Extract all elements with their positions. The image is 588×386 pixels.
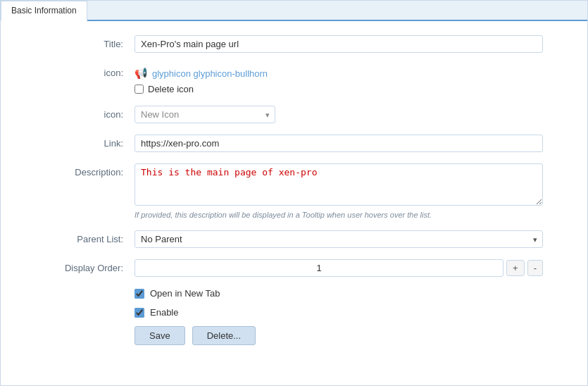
icon-current-wrap: 📢 glyphicon glyphicon-bullhorn Delete ic…	[135, 64, 543, 94]
display-order-controls: + -	[135, 259, 543, 277]
icon-current-row: icon: 📢 glyphicon glyphicon-bullhorn Del…	[22, 64, 566, 94]
bullhorn-icon: 📢	[135, 67, 148, 80]
link-input[interactable]	[135, 135, 543, 152]
tab-basic-information[interactable]: Basic Information	[1, 1, 87, 21]
new-icon-row: icon: New Icon ▾	[22, 106, 566, 123]
tab-bar: Basic Information	[1, 1, 587, 21]
new-icon-wrap: New Icon ▾	[135, 106, 543, 123]
enable-row: Enable	[22, 307, 566, 318]
new-icon-select-wrap: New Icon ▾	[135, 106, 275, 123]
description-wrap: This is the main page of xen-pro If prov…	[135, 163, 543, 219]
title-input[interactable]	[135, 35, 543, 53]
display-order-input[interactable]	[135, 259, 503, 277]
display-order-row: Display Order: + -	[22, 259, 566, 277]
description-row: Description: This is the main page of xe…	[22, 163, 566, 219]
delete-button[interactable]: Delete...	[192, 326, 256, 345]
enable-label: Enable	[150, 307, 178, 318]
icon-label: icon:	[22, 64, 135, 78]
open-new-tab-label: Open in New Tab	[150, 288, 220, 299]
display-order-wrap: + -	[135, 259, 543, 277]
form-area: Title: icon: 📢 glyphicon glyphicon-bullh…	[1, 21, 587, 359]
enable-checkbox[interactable]	[135, 308, 144, 318]
save-button[interactable]: Save	[135, 326, 185, 345]
delete-icon-row: Delete icon	[135, 84, 543, 94]
delete-icon-label: Delete icon	[148, 84, 194, 94]
new-icon-label: icon:	[22, 106, 135, 120]
description-textarea[interactable]: This is the main page of xen-pro	[135, 163, 543, 206]
title-row: Title:	[22, 35, 566, 53]
icon-class-text: glyphicon glyphicon-bullhorn	[152, 68, 268, 79]
link-row: Link:	[22, 135, 566, 152]
description-label: Description:	[22, 163, 135, 178]
description-hint: If provided, this description will be di…	[135, 211, 543, 219]
link-input-wrap	[135, 135, 543, 152]
display-order-label: Display Order:	[22, 259, 135, 273]
button-row: Save Delete...	[22, 326, 566, 345]
page-container: Basic Information Title: icon: 📢 glyphic…	[0, 0, 588, 386]
parent-select-container: No Parent ▾	[135, 230, 543, 248]
link-label: Link:	[22, 135, 135, 149]
delete-icon-checkbox[interactable]	[135, 85, 144, 94]
parent-list-label: Parent List:	[22, 230, 135, 244]
parent-list-row: Parent List: No Parent ▾	[22, 230, 566, 248]
display-order-minus-button[interactable]: -	[527, 260, 543, 276]
open-new-tab-checkbox[interactable]	[135, 289, 144, 299]
parent-list-wrap: No Parent ▾	[135, 230, 543, 248]
parent-list-select[interactable]: No Parent	[135, 230, 543, 248]
open-new-tab-row: Open in New Tab	[22, 288, 566, 299]
title-label: Title:	[22, 35, 135, 49]
title-input-wrap	[135, 35, 543, 53]
new-icon-select[interactable]: New Icon	[135, 106, 275, 123]
display-order-plus-button[interactable]: +	[506, 260, 525, 276]
icon-display: 📢 glyphicon glyphicon-bullhorn	[135, 64, 543, 80]
